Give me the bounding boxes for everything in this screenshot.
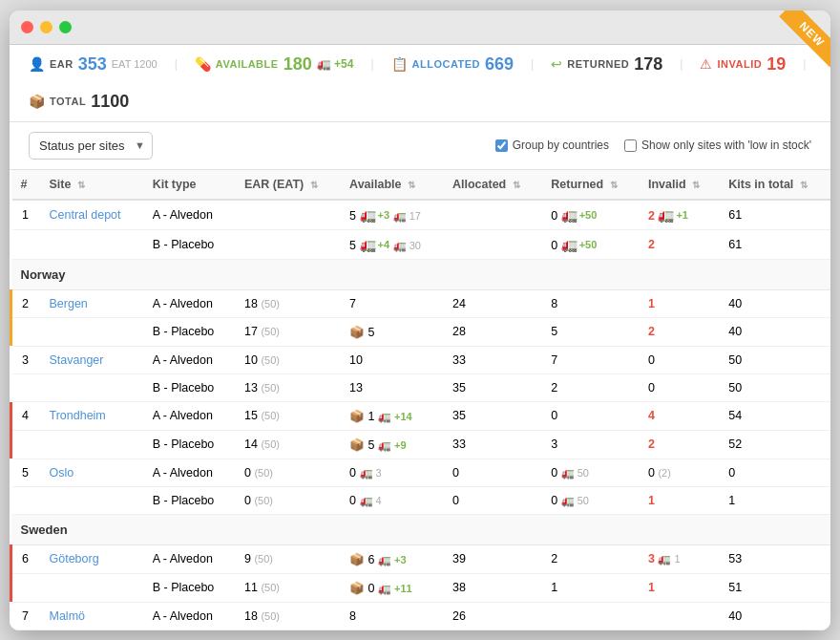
sort-icon-returned[interactable]: ⇅ — [610, 180, 618, 190]
cell-site — [40, 486, 143, 514]
site-link-malmo[interactable]: Malmö — [50, 609, 86, 623]
site-link-central[interactable]: Central depot — [50, 208, 121, 222]
cell-kittype: B - Placebo — [143, 430, 235, 459]
total-icon: 📦 — [29, 94, 45, 109]
warn-icon2: 📦 — [349, 438, 365, 452]
cell-site — [40, 573, 143, 602]
cell-invalid: 4 — [639, 401, 719, 430]
traffic-lights — [21, 21, 72, 33]
cell-site — [40, 373, 143, 401]
sort-icon-allocated[interactable]: ⇅ — [513, 180, 520, 190]
col-num: # — [11, 170, 40, 200]
cell-available: 10 — [340, 346, 443, 373]
low-stock-text: Show only sites with 'low in stock' — [641, 139, 811, 152]
maximize-button[interactable] — [59, 21, 72, 33]
col-kittype: Kit type — [143, 170, 235, 200]
truck-plus3: 🚛 +3 — [378, 554, 407, 565]
minimize-button[interactable] — [40, 21, 52, 33]
invalid-icon: ⚠ — [700, 56, 712, 72]
cell-num: 6 — [11, 544, 40, 573]
invalid-num: 1 — [648, 581, 655, 594]
cell-ear: 14 (50) — [235, 430, 340, 459]
plus-val: +3 — [378, 209, 390, 221]
cell-total: 52 — [719, 430, 830, 459]
cell-returned: 0 🚛 +50 — [541, 200, 639, 230]
ear-value: 353 — [78, 54, 107, 75]
cell-num: 7 — [11, 602, 40, 629]
table-row: B - Placebo 17 (50) 📦 5 28 5 2 40 — [11, 317, 831, 346]
site-link-stavanger[interactable]: Stavanger — [50, 353, 104, 367]
cell-num — [11, 486, 40, 514]
sort-icon-invalid[interactable]: ⇅ — [692, 180, 700, 190]
cell-available: 📦 6 🚛 +3 — [340, 544, 443, 573]
cell-available: 📦 5 — [340, 317, 443, 346]
warn-icon: 📦 — [349, 410, 365, 423]
col-available: Available ⇅ — [340, 170, 443, 200]
cell-invalid: 0 — [639, 346, 719, 373]
table-row: B - Placebo 14 (50) 📦 5 🚛 +9 33 3 2 52 — [11, 430, 831, 459]
cell-kittype: A - Alvedon — [143, 346, 235, 373]
invalid-label: INVALID — [717, 58, 762, 70]
group-countries-label[interactable]: Group by countries — [495, 139, 609, 152]
group-name-norway: Norway — [11, 259, 831, 289]
plus-val2: +4 — [378, 239, 390, 250]
toolbar-right: Group by countries Show only sites with … — [495, 139, 811, 152]
sort-icon-ear[interactable]: ⇅ — [310, 180, 318, 190]
site-link-bergen[interactable]: Bergen — [50, 297, 88, 310]
invalid-truck: 🚛 1 — [658, 553, 680, 565]
table-row: 5 Oslo A - Alvedon 0 (50) 0 🚛 3 0 0 🚛 50… — [11, 459, 831, 486]
divider-3: | — [531, 57, 534, 71]
cell-invalid: 1 — [639, 486, 719, 514]
sort-icon-available[interactable]: ⇅ — [408, 180, 415, 190]
cell-kittype: A - Alvedon — [143, 602, 235, 629]
returned-value: 178 — [634, 54, 662, 75]
cell-returned — [541, 602, 639, 629]
site-link-trondheim[interactable]: Trondheim — [50, 409, 106, 422]
divider-4: | — [680, 57, 682, 71]
status-dropdown[interactable]: Status per sites Status per kits All sit… — [29, 132, 153, 160]
plus-val-invalid: +1 — [676, 209, 688, 221]
cell-available: 5 🚛 +3 🚛 17 — [340, 200, 443, 230]
cell-available: 13 — [340, 373, 443, 401]
cell-returned: 0 🚛 50 — [541, 459, 639, 486]
truck-available2: 🚛 +4 — [360, 237, 390, 252]
cell-total: 61 — [719, 229, 830, 259]
returned-icon: ↩ — [551, 56, 562, 72]
invalid-num: 2 — [648, 437, 655, 451]
table-row: 3 Stavanger A - Alvedon 10 (50) 10 33 7 … — [11, 346, 831, 373]
cell-site — [40, 317, 143, 346]
plus-val-return: +50 — [579, 209, 598, 221]
table-row: B - Placebo 11 (50) 📦 0 🚛 +11 38 1 1 51 — [11, 573, 831, 602]
site-link-goteborg[interactable]: Göteborg — [50, 552, 99, 565]
close-button[interactable] — [21, 21, 33, 33]
cell-returned: 0 🚛 +50 — [541, 229, 639, 259]
site-link-oslo[interactable]: Oslo — [50, 466, 74, 480]
cell-invalid: 0 — [639, 373, 719, 401]
cell-allocated: 35 — [443, 373, 541, 401]
low-stock-label[interactable]: Show only sites with 'low in stock' — [624, 139, 811, 152]
low-stock-checkbox[interactable] — [624, 139, 637, 152]
cell-ear — [235, 229, 340, 259]
sort-icon-site[interactable]: ⇅ — [77, 180, 85, 190]
divider-2: | — [370, 57, 373, 71]
cell-available: 📦 0 🚛 +11 — [340, 573, 443, 602]
col-returned: Returned ⇅ — [541, 170, 639, 200]
cell-total: 50 — [719, 373, 830, 401]
table-row: 7 Malmö A - Alvedon 18 (50) 8 26 40 — [11, 602, 831, 629]
cell-returned: 1 — [541, 573, 639, 602]
warn-icon3: 📦 — [349, 553, 365, 566]
invalid-num: 2 — [648, 325, 655, 338]
table-row: 6 Göteborg A - Alvedon 9 (50) 📦 6 🚛 +3 3… — [11, 544, 831, 573]
table-row: B - Placebo 5 🚛 +4 🚛 30 0 — [11, 229, 831, 259]
cell-returned: 3 — [541, 430, 639, 459]
cell-kittype: A - Alvedon — [143, 544, 235, 573]
status-dropdown-wrapper[interactable]: Status per sites Status per kits All sit… — [29, 132, 153, 160]
available-value: 180 — [284, 54, 312, 75]
sort-icon-kits[interactable]: ⇅ — [800, 180, 808, 190]
cell-available: 7 — [340, 289, 443, 317]
cell-ear: 9 (50) — [235, 544, 340, 573]
cell-kittype: B - Placebo — [143, 573, 235, 602]
divider-1: | — [175, 57, 178, 71]
cell-num — [11, 317, 40, 346]
group-countries-checkbox[interactable] — [495, 139, 508, 152]
